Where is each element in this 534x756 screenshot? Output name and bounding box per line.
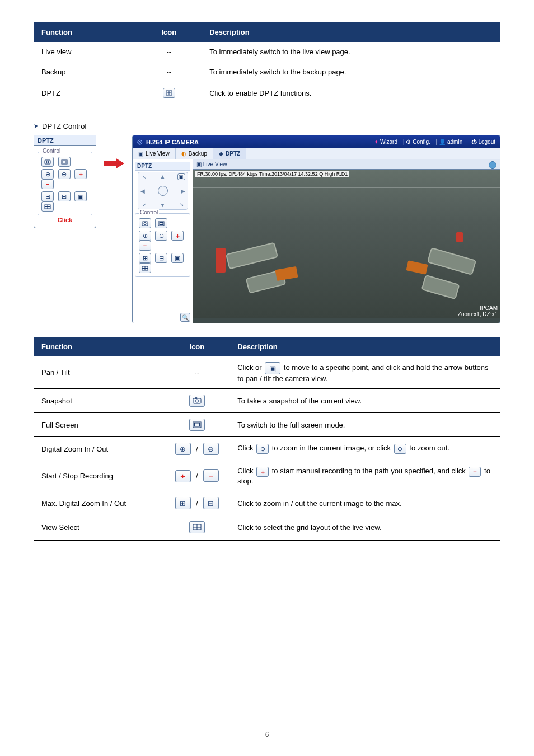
svg-point-11 <box>144 222 146 224</box>
t2-r0-desc: Click or ▣ to move to a specific point, … <box>229 356 500 389</box>
ptz-target-inline-icon: ▣ <box>265 362 280 374</box>
record-start-icon[interactable]: ＋ <box>74 169 87 179</box>
camera-image[interactable]: FR:30.00 fps. DR:484 kbps Time:2013/04/1… <box>193 170 500 318</box>
snapshot-icon[interactable] <box>41 157 54 167</box>
side-max-zoom-in-icon[interactable]: ⊞ <box>139 253 151 263</box>
t2-r4-icon: ＋ / − <box>165 461 230 491</box>
side-record-stop-icon[interactable]: − <box>139 241 151 251</box>
max-zoom-out-icon[interactable]: ⊟ <box>58 191 71 201</box>
t2-r5-icon: ⊞ / ⊟ <box>165 491 230 515</box>
t2-th-desc: Description <box>229 337 500 356</box>
osd-text: FR:30.00 fps. DR:484 kbps Time:2013/04/1… <box>195 171 349 177</box>
scene-couch-right <box>427 247 476 275</box>
ptz-center-icon[interactable] <box>158 186 168 196</box>
t1-r0-desc: To immediately switch to the live view p… <box>202 42 500 62</box>
ptz-right-icon[interactable]: ▶ <box>181 188 185 194</box>
side-search-icon[interactable]: 🔍 <box>180 313 190 322</box>
ptz-up-icon[interactable]: ▲ <box>160 173 166 180</box>
mini-group-label: Control <box>41 148 62 154</box>
globe-icon[interactable] <box>489 161 496 169</box>
t2-r2-desc: To switch to the full screen mode. <box>229 413 500 437</box>
ptz-left-icon[interactable]: ◀ <box>140 188 145 194</box>
tab-liveview[interactable]: ▣Live View <box>133 148 176 159</box>
ptz-direction-pad[interactable]: ▲ ▼ ◀ ▶ ↖ ↗ ↙ ↘ ▣ <box>138 172 188 210</box>
t1-r0-fn: Live view <box>34 42 136 62</box>
record-stop-icon[interactable]: − <box>41 179 54 189</box>
svg-rect-21 <box>194 423 199 426</box>
max-zoom-in-icon[interactable]: ⊞ <box>41 191 54 201</box>
scene-red-panel <box>216 248 226 273</box>
t1-r1-icon: -- <box>136 62 202 82</box>
fullscreen-icon[interactable] <box>58 157 71 167</box>
dptz-heading-text: DPTZ Control <box>42 122 86 130</box>
tab-switch-table: Function Icon Description Live view -- T… <box>34 22 500 105</box>
t2-r6-desc: Click to select the grid layout of the l… <box>229 515 500 540</box>
user-link[interactable]: | 👤 admin <box>436 139 462 145</box>
t2-r2-icon <box>165 413 230 437</box>
dptz-heading: ➤ DPTZ Control <box>34 122 500 130</box>
th-icon: Icon <box>136 22 202 42</box>
side-zoom-out-icon[interactable]: ⊖ <box>155 231 167 241</box>
t2-r6-icon <box>165 515 230 540</box>
th-desc: Description <box>202 22 500 42</box>
side-ptz-target-icon[interactable]: ▣ <box>171 253 184 263</box>
side-hdr: DPTZ <box>135 162 190 171</box>
view-tab-label[interactable]: Live View <box>203 161 227 167</box>
zoom-out-icon[interactable]: ⊖ <box>58 169 71 179</box>
t2-r4-fn: Start / Stop Recording <box>34 461 165 491</box>
t2-r3-icon: ⊕ / ⊖ <box>165 437 230 461</box>
view-tab-strip: ▣ Live View <box>193 159 500 170</box>
config-link[interactable]: | ⚙ Config. <box>403 139 430 145</box>
app-tabs: ▣Live View ◐Backup ◈DPTZ <box>133 148 500 159</box>
app-title-text: H.264 IP CAMERA <box>146 139 199 145</box>
red-arrow-icon <box>104 158 124 168</box>
t2-r1-fn: Snapshot <box>34 389 165 413</box>
t1-r0-icon: -- <box>136 42 202 62</box>
logout-link[interactable]: | ⏻ Logout <box>468 139 495 145</box>
side-snapshot-icon[interactable] <box>139 218 151 228</box>
tab-backup[interactable]: ◐Backup <box>176 148 213 159</box>
t2-r0-fn: Pan / Tilt <box>34 356 165 389</box>
t2-r3-fn: Digital Zoom In / Out <box>34 437 165 461</box>
t2-r1-icon <box>165 389 230 413</box>
dptz-icon <box>163 88 175 98</box>
view-select-icon[interactable] <box>41 201 54 212</box>
scene-table-left <box>275 266 298 281</box>
triangle-bullet-icon: ➤ <box>34 123 39 130</box>
mini-dptz-title: DPTZ <box>34 135 96 146</box>
zoom-in-inline-icon: ⊕ <box>256 444 269 454</box>
side-fullscreen-icon[interactable] <box>155 218 167 228</box>
max-zoom-in-row-icon: ⊞ <box>175 497 191 509</box>
ptz-upleft-icon[interactable]: ↖ <box>142 174 147 180</box>
t2-r6-fn: View Select <box>34 515 165 540</box>
side-record-start-icon[interactable]: ＋ <box>171 231 184 241</box>
side-max-zoom-out-icon[interactable]: ⊟ <box>155 253 167 263</box>
ptz-target-icon[interactable]: ▣ <box>74 191 87 201</box>
scene-line2 <box>316 209 316 315</box>
ptz-down-icon[interactable]: ▼ <box>160 202 166 208</box>
ptz-target-small-icon[interactable]: ▣ <box>177 173 185 180</box>
t1-r1-desc: To immediately switch to the backup page… <box>202 62 500 82</box>
svg-rect-17 <box>193 398 201 403</box>
page-number: 6 <box>34 731 500 739</box>
ptz-downright-icon[interactable]: ↘ <box>179 201 184 208</box>
app-window: ◎ H.264 IP CAMERA ✦ Wizard | ⚙ Config. |… <box>132 135 500 323</box>
tab-dptz[interactable]: ◈DPTZ <box>213 148 246 159</box>
scene-line <box>193 187 500 188</box>
t1-r2-icon <box>136 82 202 105</box>
side-view-select-icon[interactable] <box>139 263 151 273</box>
click-label: Click <box>38 217 92 223</box>
side-zoom-in-icon[interactable]: ⊕ <box>139 231 151 241</box>
ptz-downleft-icon[interactable]: ↙ <box>142 201 147 208</box>
svg-point-19 <box>195 400 198 402</box>
snapshot-row-icon <box>189 395 205 407</box>
wizard-link[interactable]: ✦ Wizard <box>374 139 397 145</box>
record-stop-row-icon: − <box>203 469 219 482</box>
record-start-inline-icon: ＋ <box>256 467 269 477</box>
osd-watermark: IPCAM Zoom:x1, DZ:x1 <box>458 305 498 317</box>
t2-r5-desc: Click to zoom in / out the current image… <box>229 491 500 515</box>
t2-th-function: Function <box>34 337 165 356</box>
t2-r3-desc: Click ⊕ to zoom in the current image, or… <box>229 437 500 461</box>
zoom-in-icon[interactable]: ⊕ <box>41 169 54 179</box>
side-group-label: Control <box>139 209 159 215</box>
